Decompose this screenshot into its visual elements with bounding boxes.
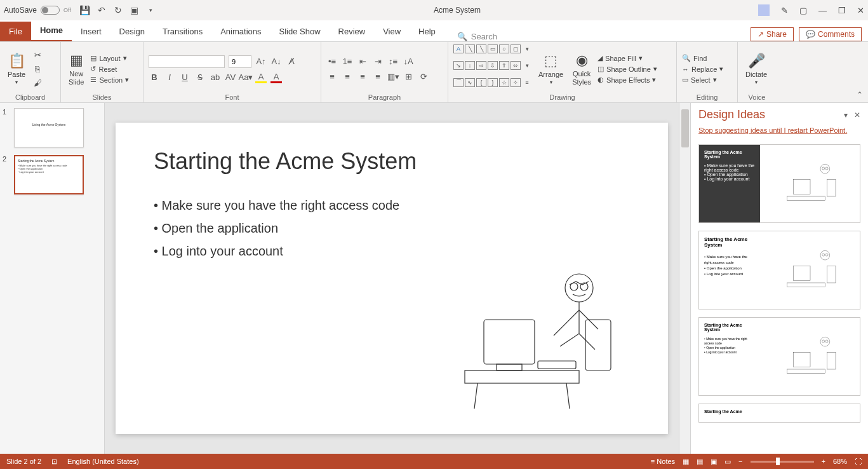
ribbon-display-icon[interactable]: ▢ (799, 6, 807, 15)
shape-arrow[interactable]: ↓ (465, 61, 475, 70)
thumbnail-2[interactable]: 2 Starting the Acme System • Make sure y… (3, 155, 102, 194)
close-icon[interactable]: ✕ (857, 6, 864, 15)
shape-callout[interactable]: ✧ (511, 78, 521, 87)
present-icon[interactable]: ▣ (130, 5, 140, 15)
shape-rrect[interactable]: ▢ (511, 44, 521, 53)
shape-more2[interactable]: ▾ (522, 61, 532, 70)
design-card-3[interactable]: Starting the Acme System• Make sure you … (698, 317, 860, 396)
tab-design[interactable]: Design (110, 22, 154, 41)
dictate-button[interactable]: 🎤Dictate▾ (743, 44, 770, 93)
design-ideas-dropdown-icon[interactable]: ▾ (844, 111, 848, 119)
clear-format-icon[interactable]: A̸ (286, 56, 297, 67)
tab-review[interactable]: Review (330, 22, 375, 41)
design-card-2[interactable]: Starting the Acme System• Make sure you … (698, 231, 860, 309)
view-sorter-icon[interactable]: ▤ (697, 458, 703, 466)
tab-insert[interactable]: Insert (72, 22, 110, 41)
paste-button[interactable]: 📋Paste▾ (5, 44, 28, 93)
font-color-icon[interactable]: A (270, 72, 282, 83)
shape-line[interactable]: ╲ (465, 44, 475, 53)
align-right-icon[interactable]: ≡ (357, 71, 368, 83)
line-spacing-icon[interactable]: ↕≡ (387, 56, 399, 67)
outdent-icon[interactable]: ⇤ (357, 56, 368, 67)
comments-button[interactable]: 💬Comments (799, 27, 862, 41)
shape-curve[interactable]: ⌒ (453, 78, 464, 87)
shadow-icon[interactable]: ab (210, 72, 221, 83)
minimize-icon[interactable]: — (818, 6, 827, 15)
align-text-icon[interactable]: ⊞ (403, 71, 414, 83)
shape-oval[interactable]: ○ (499, 44, 509, 53)
numbering-icon[interactable]: 1≡ (342, 56, 353, 67)
slide-clipart-person-computer[interactable] (439, 250, 630, 415)
copy-icon[interactable]: ⎘ (32, 64, 43, 75)
change-case-icon[interactable]: Aa▾ (240, 72, 251, 83)
bullets-icon[interactable]: •≡ (326, 56, 338, 67)
fit-to-window-icon[interactable]: ⛶ (855, 458, 862, 465)
language[interactable]: English (United States) (67, 458, 139, 465)
shape-outline-button[interactable]: ◫ Shape Outline ▾ (598, 65, 657, 73)
reset-button[interactable]: ↺ Reset (90, 65, 129, 73)
slide-canvas[interactable]: Starting the Acme System • Make sure you… (105, 103, 679, 454)
zoom-value[interactable]: 68% (833, 458, 847, 465)
maximize-icon[interactable]: ❐ (838, 6, 846, 15)
save-icon[interactable]: 💾 (80, 5, 90, 15)
font-size-input[interactable] (229, 55, 251, 68)
columns-icon[interactable]: ▥▾ (387, 71, 399, 83)
select-button[interactable]: ▭ Select ▾ (682, 76, 723, 84)
view-normal-icon[interactable]: ▦ (683, 458, 689, 466)
tab-slide-show[interactable]: Slide Show (270, 22, 329, 41)
tab-transitions[interactable]: Transitions (154, 22, 211, 41)
qat-more-icon[interactable]: ▾ (146, 5, 156, 15)
shape-arrow3[interactable]: ⇩ (488, 61, 498, 70)
increase-font-icon[interactable]: A↑ (255, 56, 267, 67)
shape-textbox[interactable]: A (453, 44, 464, 53)
shape-freeform[interactable]: ∿ (465, 78, 475, 87)
collapse-ribbon-icon[interactable]: ⌃ (857, 90, 863, 99)
accessibility-icon[interactable]: ⊡ (51, 458, 57, 466)
italic-icon[interactable]: I (164, 72, 175, 83)
tab-animations[interactable]: Animations (211, 22, 270, 41)
shape-bracket[interactable]: { (476, 78, 486, 87)
shape-arrow2[interactable]: ⇨ (476, 61, 486, 70)
shape-connector[interactable]: ↘ (453, 61, 464, 70)
view-slideshow-icon[interactable]: ▭ (724, 458, 731, 466)
zoom-out-icon[interactable]: − (738, 458, 742, 465)
layout-button[interactable]: ▤ Layout ▾ (90, 54, 129, 62)
shape-star[interactable]: ☆ (499, 78, 509, 87)
shape-arrow5[interactable]: ⬄ (511, 61, 521, 70)
stop-suggesting-link[interactable]: Stop suggesting ideas until I restart Po… (691, 126, 868, 139)
bold-icon[interactable]: B (149, 72, 160, 83)
design-card-4[interactable]: Starting the Acme (698, 404, 860, 423)
view-reading-icon[interactable]: ▣ (711, 458, 717, 466)
shape-bracket2[interactable]: } (488, 78, 498, 87)
smartart-icon[interactable]: ⟳ (418, 71, 429, 83)
shape-more1[interactable]: ▾ (522, 44, 532, 53)
cut-icon[interactable]: ✂ (32, 50, 43, 61)
autosave-switch[interactable] (41, 6, 60, 15)
vertical-scrollbar[interactable] (679, 103, 690, 454)
char-spacing-icon[interactable]: AV (225, 72, 236, 83)
autosave-toggle[interactable]: AutoSave Off (4, 6, 71, 15)
quick-styles-button[interactable]: ◉Quick Styles (570, 44, 594, 93)
slide-info[interactable]: Slide 2 of 2 (6, 458, 41, 465)
shapes-gallery[interactable]: A╲╲▭○▢▾ ↘↓⇨⇩⇧⬄▾ ⌒∿{}☆✧≡ (453, 44, 532, 93)
tab-help[interactable]: Help (410, 22, 444, 41)
account-avatar[interactable] (758, 4, 770, 16)
align-left-icon[interactable]: ≡ (326, 71, 338, 83)
thumbnail-1[interactable]: 1 Using the Acme System (3, 108, 102, 147)
pen-icon[interactable]: ✎ (781, 6, 788, 15)
find-button[interactable]: 🔍 Find (682, 54, 723, 62)
design-ideas-close-icon[interactable]: ✕ (854, 111, 860, 119)
shape-fill-button[interactable]: ◢ Shape Fill ▾ (598, 54, 657, 62)
shape-more3[interactable]: ≡ (522, 78, 532, 87)
shape-effects-button[interactable]: ◐ Shape Effects ▾ (598, 76, 657, 84)
align-center-icon[interactable]: ≡ (342, 71, 353, 83)
shape-line2[interactable]: ╲ (476, 44, 486, 53)
shape-arrow4[interactable]: ⇧ (499, 61, 509, 70)
arrange-button[interactable]: ⬚Arrange▾ (536, 44, 566, 93)
shape-rect[interactable]: ▭ (488, 44, 498, 53)
font-name-input[interactable] (149, 55, 225, 68)
justify-icon[interactable]: ≡ (372, 71, 384, 83)
zoom-in-icon[interactable]: + (822, 458, 825, 465)
strikethrough-icon[interactable]: S̶ (194, 72, 206, 83)
tab-home[interactable]: Home (31, 20, 72, 41)
